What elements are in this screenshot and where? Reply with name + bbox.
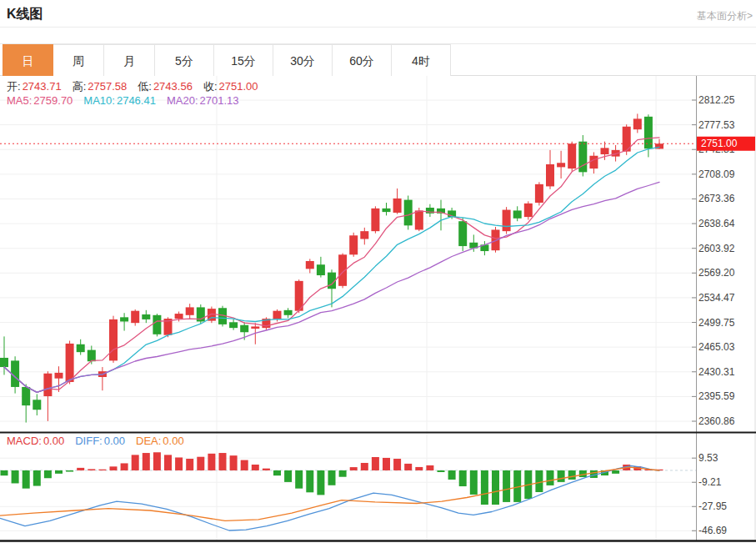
price-tick-label: 2395.59	[698, 390, 735, 402]
candle-body	[589, 156, 598, 168]
price-tick-label: 2673.36	[698, 193, 735, 204]
candle-body	[240, 325, 248, 333]
macd-bar	[121, 463, 128, 470]
candle-body	[66, 344, 74, 382]
macd-bar	[44, 470, 52, 478]
candle-body	[404, 200, 413, 226]
macd-bar	[339, 470, 347, 477]
macd-bar	[1, 470, 8, 475]
candle-body	[77, 344, 85, 352]
candle-body	[229, 322, 238, 328]
macd-bar	[241, 460, 248, 470]
candle-body	[317, 264, 325, 275]
tab-30分[interactable]: 30分	[273, 44, 333, 76]
macd-tick-label: 9.53	[698, 452, 718, 464]
tab-15分[interactable]: 15分	[214, 44, 273, 76]
candle-body	[131, 311, 139, 323]
legend-item: 低:2743.56	[138, 80, 193, 93]
candle-body	[153, 315, 161, 334]
macd-bar	[55, 470, 63, 474]
ma-legend: MA5:2759.70MA10:2746.41MA20:2701.13	[7, 94, 250, 107]
macd-bar	[306, 470, 313, 492]
candle-body	[503, 210, 511, 232]
candle-body	[88, 350, 96, 362]
tab-5分[interactable]: 5分	[155, 44, 214, 76]
price-tick-label: 2360.86	[698, 415, 735, 427]
macd-bar	[415, 467, 423, 470]
price-tick-label: 2569.20	[698, 267, 735, 279]
macd-bar	[273, 470, 281, 475]
macd-tick-label: -9.21	[698, 476, 722, 488]
macd-bar	[77, 468, 84, 470]
macd-bar	[66, 470, 73, 472]
macd-bar	[230, 455, 238, 470]
candle-body	[415, 210, 423, 229]
price-tick-label: 2777.53	[698, 119, 735, 131]
legend-item: DIFF:0.00	[75, 435, 125, 447]
price-tick-label: 2430.31	[698, 366, 735, 378]
macd-bar	[393, 459, 401, 470]
macd-legend: MACD:0.00DIFF:0.00DEA:0.00	[7, 435, 195, 447]
macd-bar	[328, 470, 336, 485]
macd-bar	[558, 470, 565, 482]
price-tick-label: 2465.03	[698, 341, 735, 353]
macd-bar	[372, 457, 379, 470]
macd-bar	[219, 453, 227, 470]
legend-item: MA5:2759.70	[7, 94, 73, 107]
macd-bar	[535, 470, 543, 492]
candle-body	[186, 307, 194, 314]
fundamental-analysis-link[interactable]: 基本面分析>	[697, 9, 753, 23]
macd-bar	[404, 464, 412, 470]
macd-bar	[143, 453, 150, 470]
candle-body	[33, 400, 41, 410]
macd-bar	[263, 469, 270, 470]
tab-4时[interactable]: 4时	[392, 44, 451, 76]
price-tick-label: 2638.64	[698, 218, 735, 229]
macd-bar	[503, 470, 510, 502]
macd-bar	[252, 465, 259, 470]
candle-body	[55, 373, 63, 379]
price-tick-label: 2708.09	[698, 168, 735, 180]
macd-bar	[426, 465, 433, 470]
candle-body	[393, 199, 402, 213]
candle-body	[492, 229, 500, 250]
macd-bar	[438, 470, 445, 472]
macd-bar	[459, 470, 467, 486]
kline-panel: K线图 基本面分析> 日周月5分15分30分60分4时 开:2743.71高:2…	[0, 0, 756, 543]
macd-bar	[361, 463, 368, 470]
tab-周[interactable]: 周	[53, 44, 104, 76]
candle-body	[524, 204, 533, 217]
candle-body	[371, 209, 379, 231]
macd-bar	[448, 470, 456, 480]
tab-60分[interactable]: 60分	[333, 44, 392, 76]
macd-bar	[568, 470, 576, 480]
legend-item: MA20:2701.13	[167, 94, 239, 107]
candle-body	[306, 261, 314, 269]
macd-bar	[164, 455, 172, 470]
macd-bar	[88, 469, 95, 470]
macd-bar	[383, 458, 390, 470]
candle-body	[142, 314, 150, 319]
legend-item: 收:2751.00	[203, 80, 258, 93]
macd-bar	[33, 470, 41, 486]
legend-item: MACD:0.00	[7, 435, 64, 447]
legend-item: 开:2743.71	[7, 80, 62, 93]
current-price-label-text: 2751.00	[701, 138, 738, 149]
macd-bar	[612, 470, 619, 474]
legend-item: MA10:2746.41	[83, 94, 156, 107]
macd-tick-label: -46.69	[698, 525, 727, 536]
macd-bar	[295, 470, 303, 489]
candle-body	[535, 184, 543, 203]
tab-日[interactable]: 日	[3, 44, 53, 76]
candle-body	[349, 235, 358, 254]
header-divider	[0, 27, 756, 28]
macd-bar	[98, 470, 106, 470]
macd-bar	[547, 470, 554, 485]
candle-body	[284, 310, 293, 315]
candle-body	[43, 374, 52, 396]
page-title: K线图	[7, 6, 43, 23]
price-tick-label: 2534.47	[698, 292, 735, 304]
macd-bar	[208, 454, 215, 470]
tab-月[interactable]: 月	[104, 44, 155, 76]
macd-bar	[470, 470, 478, 495]
